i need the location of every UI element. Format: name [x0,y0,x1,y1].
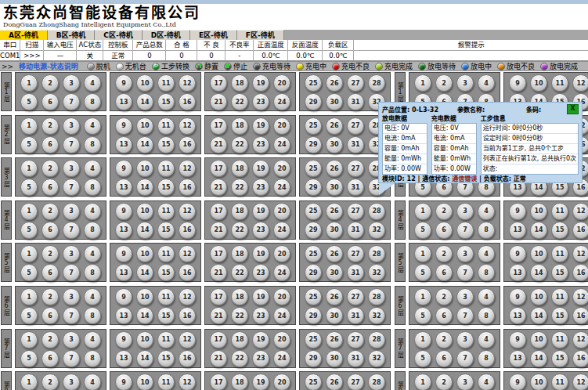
battery-cell[interactable]: 17 [210,203,227,220]
battery-cell[interactable]: 3 [456,331,474,348]
battery-cell[interactable]: 15 [551,264,568,281]
battery-cell[interactable]: 12 [572,74,588,92]
battery-cell[interactable]: 23 [252,179,269,196]
battery-cell[interactable]: 27 [347,203,364,220]
battery-cell[interactable]: 14 [136,350,153,367]
battery-cell[interactable]: 10 [530,74,547,92]
battery-cell[interactable]: 12 [572,288,588,305]
battery-cell[interactable]: 17 [210,374,227,390]
battery-cell[interactable]: 7 [63,93,80,110]
battery-cell[interactable]: 3 [456,245,474,262]
battery-cell[interactable]: 11 [551,203,568,220]
battery-cell[interactable]: 4 [478,331,495,348]
battery-cell[interactable]: 2 [435,288,453,305]
battery-cell[interactable]: 4 [478,74,495,92]
battery-cell[interactable]: 1 [20,160,38,177]
battery-cell[interactable]: 10 [136,374,153,390]
battery-cell[interactable]: 27 [347,245,364,262]
battery-cell[interactable]: 20 [273,160,290,177]
battery-cell[interactable]: 28 [368,374,385,390]
battery-cell[interactable]: 9 [509,288,526,305]
battery-cell[interactable]: 11 [157,331,175,348]
tab-zone-f[interactable]: F区-待机 [237,30,284,40]
battery-cell[interactable]: 16 [179,93,196,110]
battery-cell[interactable]: 24 [273,307,290,324]
tab-zone-d[interactable]: D区-待机 [142,30,190,40]
battery-cell[interactable]: 31 [347,307,364,324]
battery-cell[interactable]: 22 [231,136,248,153]
battery-cell[interactable]: 10 [530,374,547,390]
battery-cell[interactable]: 12 [179,203,196,220]
battery-cell[interactable]: 15 [157,93,175,110]
battery-cell[interactable]: 9 [509,245,526,262]
battery-cell[interactable]: 13 [115,93,132,110]
battery-cell[interactable]: 10 [530,288,547,305]
battery-cell[interactable]: 12 [572,374,588,390]
battery-cell[interactable]: 4 [84,331,101,348]
battery-cell[interactable]: 2 [435,245,453,262]
battery-cell[interactable]: 2 [435,331,453,348]
battery-cell[interactable]: 31 [347,93,364,110]
battery-cell[interactable]: 14 [136,179,153,196]
battery-cell[interactable]: 26 [326,160,343,177]
battery-cell[interactable]: 3 [63,203,80,220]
battery-cell[interactable]: 1 [20,117,38,135]
battery-cell[interactable]: 26 [326,331,343,348]
battery-cell[interactable]: 12 [572,203,588,220]
battery-cell[interactable]: 16 [179,136,196,153]
battery-cell[interactable]: 3 [63,117,80,135]
battery-cell[interactable]: 18 [231,203,248,220]
battery-cell[interactable]: 27 [347,331,364,348]
battery-cell[interactable]: 8 [478,350,495,367]
tab-zone-b[interactable]: B区-待机 [48,30,96,40]
battery-cell[interactable]: 11 [157,74,175,92]
battery-cell[interactable]: 1 [20,331,38,348]
battery-cell[interactable]: 20 [273,288,290,305]
battery-cell[interactable]: 29 [305,222,322,239]
battery-cell[interactable]: 30 [326,179,343,196]
battery-cell[interactable]: 30 [326,93,343,110]
battery-cell[interactable]: 23 [252,136,269,153]
tab-zone-c[interactable]: C区-待机 [95,30,142,40]
battery-cell[interactable]: 10 [136,331,153,348]
battery-cell[interactable]: 30 [326,136,343,153]
battery-cell[interactable]: 2 [41,203,59,220]
battery-cell[interactable]: 27 [347,117,364,135]
battery-cell[interactable]: 16 [179,350,196,367]
battery-cell[interactable]: 24 [273,136,290,153]
battery-cell[interactable]: 7 [63,179,80,196]
battery-cell[interactable]: 7 [63,350,80,367]
battery-cell[interactable]: 30 [326,222,343,239]
battery-cell[interactable]: 24 [273,264,290,281]
battery-cell[interactable]: 10 [530,203,547,220]
battery-cell[interactable]: 23 [252,264,269,281]
battery-cell[interactable]: 16 [179,264,196,281]
battery-cell[interactable]: 6 [41,93,59,110]
battery-cell[interactable]: 15 [157,179,175,196]
battery-cell[interactable]: 16 [179,222,196,239]
battery-cell[interactable]: 24 [273,222,290,239]
battery-cell[interactable]: 20 [273,331,290,348]
battery-cell[interactable]: 14 [136,136,153,153]
battery-cell[interactable]: 1 [414,74,431,92]
battery-cell[interactable]: 15 [157,222,175,239]
battery-cell[interactable]: 5 [414,350,431,367]
battery-cell[interactable]: 9 [115,374,132,390]
battery-cell[interactable]: 11 [551,288,568,305]
battery-cell[interactable]: 5 [414,222,431,239]
battery-cell[interactable]: 4 [478,374,495,390]
battery-cell[interactable]: 7 [63,307,80,324]
battery-cell[interactable]: 6 [41,264,59,281]
battery-cell[interactable]: 20 [273,74,290,92]
battery-cell[interactable]: 16 [572,307,588,324]
battery-cell[interactable]: 15 [551,350,568,367]
battery-cell[interactable]: 23 [252,93,269,110]
battery-cell[interactable]: 5 [20,179,38,196]
battery-cell[interactable]: 13 [115,307,132,324]
battery-cell[interactable]: 8 [478,307,495,324]
battery-cell[interactable]: 24 [273,93,290,110]
battery-cell[interactable]: 22 [231,222,248,239]
battery-cell[interactable]: 2 [41,288,59,305]
battery-cell[interactable]: 19 [252,160,269,177]
battery-cell[interactable]: 23 [252,222,269,239]
